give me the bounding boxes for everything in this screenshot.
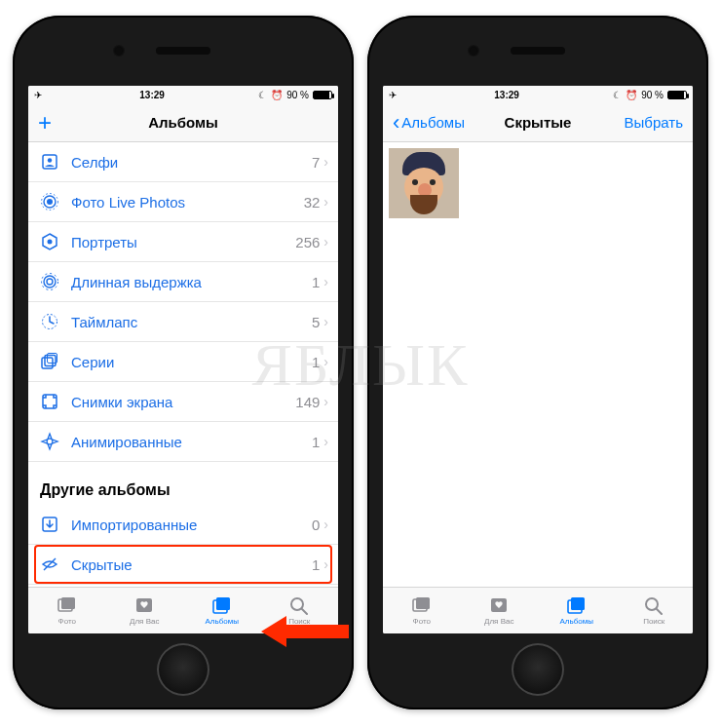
status-bar: ✈︎ 13:29 ☾ ⏰ 90 %: [28, 86, 338, 103]
album-count: 5: [312, 314, 320, 330]
alarm-icon: ⏰: [626, 90, 637, 100]
screen-left: ✈︎ 13:29 ☾ ⏰ 90 % + Альбомы: [28, 86, 338, 633]
airplane-icon: ✈︎: [34, 90, 42, 100]
tab-search[interactable]: Поиск: [616, 588, 694, 633]
album-row-animated[interactable]: Анимированные1›: [28, 422, 338, 462]
tab-label: Для Вас: [130, 617, 159, 626]
nav-title: Скрытые: [463, 114, 613, 131]
status-time: 13:29: [46, 90, 258, 100]
select-button[interactable]: Выбрать: [613, 114, 683, 131]
battery-pct: 90 %: [286, 90, 309, 100]
animated-icon: [40, 432, 59, 451]
dnd-icon: ☾: [613, 90, 622, 100]
album-count: 149: [295, 394, 320, 410]
album-label: Портреты: [71, 234, 295, 250]
back-button[interactable]: ‹ Альбомы: [393, 112, 463, 134]
tab-label: Поиск: [643, 617, 664, 626]
photo-thumbnail[interactable]: [389, 148, 459, 218]
add-button[interactable]: +: [38, 111, 52, 134]
status-bar: ✈︎ 13:29 ☾ ⏰ 90 %: [383, 86, 693, 103]
chevron-right-icon: ›: [323, 194, 328, 210]
album-label: Длинная выдержка: [71, 274, 312, 290]
album-label: Анимированные: [71, 434, 312, 450]
chevron-right-icon: ›: [323, 556, 328, 572]
chevron-right-icon: ›: [323, 314, 328, 329]
tab-photos[interactable]: Фото: [383, 588, 461, 633]
tab-label: Альбомы: [206, 617, 239, 626]
import-icon: [40, 515, 59, 534]
tab-label: Фото: [58, 617, 76, 626]
album-count: 1: [312, 434, 320, 450]
nav-bar: + Альбомы: [28, 103, 338, 142]
album-row-import[interactable]: Импортированные0›: [28, 505, 338, 545]
tab-label: Поиск: [288, 617, 310, 626]
tab-bar: ФотоДля ВасАльбомыПоиск: [28, 587, 338, 633]
nav-title: Альбомы: [108, 114, 258, 131]
album-row-selfie[interactable]: Селфи7›: [28, 142, 338, 182]
album-row-timelapse[interactable]: Таймлапс5›: [28, 302, 338, 342]
album-count: 1: [312, 354, 320, 370]
album-count: 0: [312, 517, 320, 533]
selfie-icon: [40, 152, 59, 172]
battery-pct: 90 %: [641, 90, 664, 100]
phone-left: ✈︎ 13:29 ☾ ⏰ 90 % + Альбомы: [13, 16, 354, 709]
screen-right: ✈︎ 13:29 ☾ ⏰ 90 % ‹ Альбомы С: [383, 86, 693, 633]
tab-albums[interactable]: Альбомы: [538, 588, 616, 633]
chevron-right-icon: ›: [323, 274, 328, 289]
nav-bar: ‹ Альбомы Скрытые Выбрать: [383, 103, 693, 142]
album-label: Селфи: [71, 154, 312, 171]
album-row-hidden[interactable]: Скрытые1›: [28, 545, 338, 585]
album-row-portrait[interactable]: Портреты256›: [28, 222, 338, 262]
chevron-right-icon: ›: [323, 154, 328, 170]
chevron-right-icon: ›: [323, 234, 328, 249]
album-count: 1: [312, 274, 320, 290]
tab-foryou[interactable]: Для Вас: [106, 588, 184, 633]
album-label: Скрытые: [71, 556, 312, 573]
alarm-icon: ⏰: [271, 90, 283, 100]
album-row-trash[interactable]: Недавно удаленные21›: [28, 585, 338, 587]
tab-label: Фото: [413, 617, 431, 626]
battery-icon: [313, 91, 332, 99]
album-label: Таймлапс: [71, 314, 312, 330]
tab-albums[interactable]: Альбомы: [183, 588, 261, 633]
tab-search[interactable]: Поиск: [261, 588, 339, 633]
tab-bar: ФотоДля ВасАльбомыПоиск: [383, 587, 693, 633]
album-count: 7: [312, 154, 320, 171]
album-label: Импортированные: [71, 517, 312, 533]
chevron-left-icon: ‹: [393, 112, 399, 134]
album-row-livephoto[interactable]: Фото Live Photos32›: [28, 182, 338, 222]
screenshot-icon: [40, 392, 59, 411]
timelapse-icon: [40, 312, 59, 331]
burst-icon: [40, 352, 59, 371]
albums-list[interactable]: Селфи7›Фото Live Photos32›Портреты256›Дл…: [28, 142, 338, 587]
album-label: Фото Live Photos: [71, 194, 304, 211]
chevron-right-icon: ›: [323, 354, 328, 369]
airplane-icon: ✈︎: [389, 90, 397, 100]
album-label: Серии: [71, 354, 312, 370]
album-count: 32: [304, 194, 321, 211]
longexp-icon: [40, 272, 59, 291]
status-time: 13:29: [400, 90, 613, 100]
dnd-icon: ☾: [258, 90, 267, 100]
chevron-right-icon: ›: [323, 434, 328, 449]
album-row-longexp[interactable]: Длинная выдержка1›: [28, 262, 338, 302]
hidden-photos-grid[interactable]: [383, 142, 693, 587]
phone-right: ✈︎ 13:29 ☾ ⏰ 90 % ‹ Альбомы С: [367, 16, 708, 709]
tab-label: Альбомы: [560, 617, 593, 626]
battery-icon: [667, 91, 687, 99]
chevron-right-icon: ›: [323, 394, 328, 409]
section-other-albums: Другие альбомы: [28, 462, 338, 505]
album-row-screenshot[interactable]: Снимки экрана149›: [28, 382, 338, 422]
album-count: 1: [312, 556, 320, 573]
album-label: Снимки экрана: [71, 394, 295, 410]
chevron-right-icon: ›: [323, 517, 328, 532]
hidden-icon: [40, 555, 59, 574]
livephoto-icon: [40, 192, 59, 211]
album-row-burst[interactable]: Серии1›: [28, 342, 338, 382]
portrait-icon: [40, 232, 59, 251]
tab-photos[interactable]: Фото: [28, 588, 106, 633]
album-count: 256: [295, 234, 320, 250]
tab-foryou[interactable]: Для Вас: [461, 588, 539, 633]
tab-label: Для Вас: [484, 617, 513, 626]
